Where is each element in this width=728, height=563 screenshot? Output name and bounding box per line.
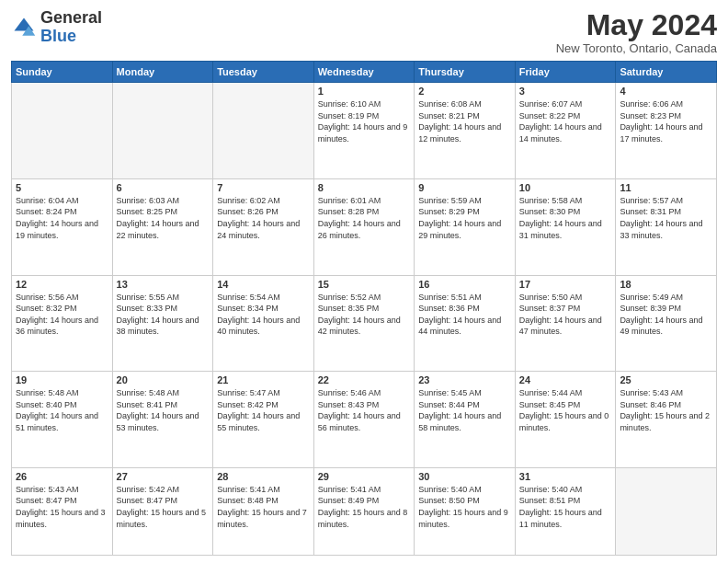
- col-saturday: Saturday: [616, 62, 717, 83]
- col-friday: Friday: [515, 62, 616, 83]
- table-row: 12Sunrise: 5:56 AM Sunset: 8:32 PM Dayli…: [12, 275, 113, 372]
- day-info: Sunrise: 5:43 AM Sunset: 8:46 PM Dayligh…: [620, 387, 712, 433]
- day-info: Sunrise: 6:10 AM Sunset: 8:19 PM Dayligh…: [318, 98, 411, 144]
- table-row: 9Sunrise: 5:59 AM Sunset: 8:29 PM Daylig…: [415, 178, 516, 275]
- day-info: Sunrise: 6:04 AM Sunset: 8:24 PM Dayligh…: [16, 195, 108, 241]
- table-row: 28Sunrise: 5:41 AM Sunset: 8:48 PM Dayli…: [213, 467, 314, 555]
- day-info: Sunrise: 6:06 AM Sunset: 8:23 PM Dayligh…: [620, 98, 712, 144]
- day-number: 18: [620, 279, 712, 290]
- day-number: 15: [318, 279, 411, 290]
- day-info: Sunrise: 6:01 AM Sunset: 8:28 PM Dayligh…: [318, 195, 411, 241]
- day-info: Sunrise: 5:47 AM Sunset: 8:42 PM Dayligh…: [217, 387, 310, 433]
- day-number: 20: [117, 374, 210, 385]
- day-info: Sunrise: 5:55 AM Sunset: 8:33 PM Dayligh…: [117, 292, 210, 338]
- day-number: 29: [318, 471, 411, 482]
- day-info: Sunrise: 6:03 AM Sunset: 8:25 PM Dayligh…: [117, 195, 210, 241]
- col-monday: Monday: [112, 62, 213, 83]
- day-number: 5: [16, 182, 108, 193]
- table-row: 5Sunrise: 6:04 AM Sunset: 8:24 PM Daylig…: [12, 178, 113, 275]
- day-info: Sunrise: 5:40 AM Sunset: 8:50 PM Dayligh…: [418, 484, 511, 530]
- day-number: 8: [318, 182, 411, 193]
- table-row: 2Sunrise: 6:08 AM Sunset: 8:21 PM Daylig…: [415, 83, 516, 179]
- calendar-header-row: Sunday Monday Tuesday Wednesday Thursday…: [12, 62, 717, 83]
- day-info: Sunrise: 5:56 AM Sunset: 8:32 PM Dayligh…: [16, 292, 108, 338]
- col-tuesday: Tuesday: [213, 62, 314, 83]
- logo: General Blue: [11, 9, 102, 46]
- day-number: 1: [318, 86, 411, 97]
- table-row: 24Sunrise: 5:44 AM Sunset: 8:45 PM Dayli…: [515, 372, 616, 468]
- col-wednesday: Wednesday: [313, 62, 415, 83]
- table-row: 31Sunrise: 5:40 AM Sunset: 8:51 PM Dayli…: [515, 467, 616, 555]
- day-info: Sunrise: 6:08 AM Sunset: 8:21 PM Dayligh…: [418, 98, 511, 144]
- day-number: 27: [117, 471, 210, 482]
- day-number: 12: [16, 279, 108, 290]
- day-info: Sunrise: 5:42 AM Sunset: 8:47 PM Dayligh…: [117, 484, 210, 530]
- day-number: 22: [318, 374, 411, 385]
- day-number: 10: [519, 182, 612, 193]
- table-row: 26Sunrise: 5:43 AM Sunset: 8:47 PM Dayli…: [12, 467, 113, 555]
- day-info: Sunrise: 5:58 AM Sunset: 8:30 PM Dayligh…: [519, 195, 612, 241]
- day-info: Sunrise: 5:41 AM Sunset: 8:49 PM Dayligh…: [318, 484, 411, 530]
- table-row: 30Sunrise: 5:40 AM Sunset: 8:50 PM Dayli…: [415, 467, 516, 555]
- day-info: Sunrise: 5:50 AM Sunset: 8:37 PM Dayligh…: [519, 292, 612, 338]
- day-info: Sunrise: 5:57 AM Sunset: 8:31 PM Dayligh…: [620, 195, 712, 241]
- header: General Blue May 2024 New Toronto, Ontar…: [11, 9, 717, 55]
- table-row: 4Sunrise: 6:06 AM Sunset: 8:23 PM Daylig…: [616, 83, 717, 179]
- table-row: 7Sunrise: 6:02 AM Sunset: 8:26 PM Daylig…: [213, 178, 314, 275]
- day-number: 9: [418, 182, 511, 193]
- day-number: 16: [418, 279, 511, 290]
- table-row: 17Sunrise: 5:50 AM Sunset: 8:37 PM Dayli…: [515, 275, 616, 372]
- table-row: 21Sunrise: 5:47 AM Sunset: 8:42 PM Dayli…: [213, 372, 314, 468]
- title-month: May 2024: [556, 9, 717, 41]
- day-number: 26: [16, 471, 108, 482]
- day-number: 24: [519, 374, 612, 385]
- col-sunday: Sunday: [12, 62, 113, 83]
- day-number: 17: [519, 279, 612, 290]
- table-row: 11Sunrise: 5:57 AM Sunset: 8:31 PM Dayli…: [616, 178, 717, 275]
- table-row: [112, 83, 213, 179]
- day-info: Sunrise: 5:40 AM Sunset: 8:51 PM Dayligh…: [519, 484, 612, 530]
- table-row: [12, 83, 113, 179]
- day-info: Sunrise: 5:41 AM Sunset: 8:48 PM Dayligh…: [217, 484, 310, 530]
- logo-blue: Blue: [40, 27, 76, 45]
- day-number: 2: [418, 86, 511, 97]
- day-number: 25: [620, 374, 712, 385]
- table-row: 15Sunrise: 5:52 AM Sunset: 8:35 PM Dayli…: [313, 275, 415, 372]
- day-number: 19: [16, 374, 108, 385]
- day-number: 13: [117, 279, 210, 290]
- day-info: Sunrise: 5:54 AM Sunset: 8:34 PM Dayligh…: [217, 292, 310, 338]
- day-info: Sunrise: 6:07 AM Sunset: 8:22 PM Dayligh…: [519, 98, 612, 144]
- table-row: 20Sunrise: 5:48 AM Sunset: 8:41 PM Dayli…: [112, 372, 213, 468]
- title-block: May 2024 New Toronto, Ontario, Canada: [556, 9, 717, 55]
- day-info: Sunrise: 5:44 AM Sunset: 8:45 PM Dayligh…: [519, 387, 612, 433]
- table-row: 22Sunrise: 5:46 AM Sunset: 8:43 PM Dayli…: [313, 372, 415, 468]
- table-row: 19Sunrise: 5:48 AM Sunset: 8:40 PM Dayli…: [12, 372, 113, 468]
- table-row: 1Sunrise: 6:10 AM Sunset: 8:19 PM Daylig…: [313, 83, 415, 179]
- day-info: Sunrise: 5:45 AM Sunset: 8:44 PM Dayligh…: [418, 387, 511, 433]
- day-info: Sunrise: 5:48 AM Sunset: 8:41 PM Dayligh…: [117, 387, 210, 433]
- logo-icon: [11, 15, 37, 40]
- day-number: 4: [620, 86, 712, 97]
- day-info: Sunrise: 5:43 AM Sunset: 8:47 PM Dayligh…: [16, 484, 108, 530]
- day-info: Sunrise: 5:51 AM Sunset: 8:36 PM Dayligh…: [418, 292, 511, 338]
- day-number: 14: [217, 279, 310, 290]
- day-info: Sunrise: 6:02 AM Sunset: 8:26 PM Dayligh…: [217, 195, 310, 241]
- table-row: [616, 467, 717, 555]
- table-row: 10Sunrise: 5:58 AM Sunset: 8:30 PM Dayli…: [515, 178, 616, 275]
- day-number: 7: [217, 182, 310, 193]
- day-info: Sunrise: 5:52 AM Sunset: 8:35 PM Dayligh…: [318, 292, 411, 338]
- table-row: 8Sunrise: 6:01 AM Sunset: 8:28 PM Daylig…: [313, 178, 415, 275]
- day-info: Sunrise: 5:59 AM Sunset: 8:29 PM Dayligh…: [418, 195, 511, 241]
- logo-general: General: [40, 8, 102, 27]
- day-number: 28: [217, 471, 310, 482]
- page-container: General Blue May 2024 New Toronto, Ontar…: [0, 0, 728, 563]
- col-thursday: Thursday: [415, 62, 516, 83]
- table-row: 29Sunrise: 5:41 AM Sunset: 8:49 PM Dayli…: [313, 467, 415, 555]
- table-row: 13Sunrise: 5:55 AM Sunset: 8:33 PM Dayli…: [112, 275, 213, 372]
- day-number: 3: [519, 86, 612, 97]
- day-number: 11: [620, 182, 712, 193]
- table-row: 6Sunrise: 6:03 AM Sunset: 8:25 PM Daylig…: [112, 178, 213, 275]
- title-location: New Toronto, Ontario, Canada: [556, 41, 717, 55]
- table-row: 23Sunrise: 5:45 AM Sunset: 8:44 PM Dayli…: [415, 372, 516, 468]
- day-info: Sunrise: 5:49 AM Sunset: 8:39 PM Dayligh…: [620, 292, 712, 338]
